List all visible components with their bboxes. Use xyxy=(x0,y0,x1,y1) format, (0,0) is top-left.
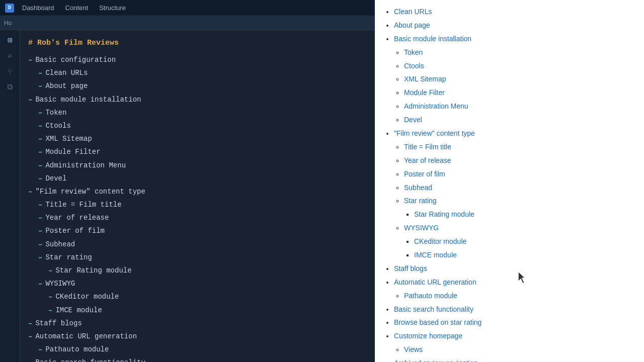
preview-item-link[interactable]: Administration Menu xyxy=(404,102,468,110)
preview-item-link[interactable]: Basic search functionality xyxy=(394,305,473,313)
preview-item-link[interactable]: Title = Film title xyxy=(404,143,451,151)
list-item: – CKeditor module xyxy=(28,291,367,303)
item-text: Clean URLs xyxy=(45,67,88,79)
list-item: – Devel xyxy=(28,172,367,185)
bullet-dash: – xyxy=(38,212,42,224)
editor-title: # Rob's Film Reviews xyxy=(28,36,367,50)
list-item: Subhead xyxy=(404,182,634,195)
preview-item-link[interactable]: Customize homepage xyxy=(394,332,462,340)
item-text: Subhead xyxy=(45,238,75,251)
list-item: Module Filter xyxy=(404,86,634,100)
preview-item-link[interactable]: Module Filter xyxy=(404,88,445,97)
list-item: Views xyxy=(404,343,634,356)
editor-content[interactable]: # Rob's Film Reviews – Basic configurati… xyxy=(20,30,375,362)
list-item: Token xyxy=(404,46,634,59)
preview-item-link[interactable]: "Film review" content type xyxy=(394,129,475,137)
list-item: – Star Rating module xyxy=(28,264,367,277)
bullet-dash: – xyxy=(28,330,32,343)
list-item: – Token xyxy=(28,107,367,119)
list-item: – Poster of film xyxy=(28,225,367,237)
preview-item-link[interactable]: About page xyxy=(394,21,430,29)
breadcrumb-text: Ho xyxy=(4,20,12,27)
bullet-dash: – xyxy=(28,356,32,362)
list-item: – Ctools xyxy=(28,120,367,132)
bullet-dash: – xyxy=(38,225,42,237)
item-text: Title = Film title xyxy=(45,199,121,211)
preview-item-link[interactable]: Archived review navigation xyxy=(394,359,478,362)
preview-item-link[interactable]: WYSIWYG xyxy=(404,224,439,232)
preview-item-link[interactable]: Basic module installation xyxy=(394,35,471,43)
list-item: – Pathauto module xyxy=(28,343,367,356)
item-text: Module Filter xyxy=(45,146,100,158)
item-text: Star Rating module xyxy=(55,264,131,277)
preview-item-link[interactable]: Views xyxy=(404,345,423,353)
preview-item-link[interactable]: Staff blogs xyxy=(394,264,427,273)
item-text: IMCE module xyxy=(55,304,102,317)
list-item: XML Sitemap xyxy=(404,73,634,86)
item-text: Year of release xyxy=(45,212,109,224)
search-editor-icon[interactable]: ⌕ xyxy=(8,51,13,61)
editor-panel: D Dashboard Content Structure Ho ⊞ ⌕ ⑂ ⧉… xyxy=(0,0,375,362)
item-text: Ctools xyxy=(45,120,70,132)
item-text: Star rating xyxy=(45,251,92,264)
preview-item-link[interactable]: CKeditor module xyxy=(414,237,466,245)
item-text: XML Sitemap xyxy=(45,133,92,145)
preview-item-link[interactable]: Year of release xyxy=(404,156,451,164)
list-item: CKeditor module xyxy=(414,235,634,248)
list-item: About page xyxy=(394,19,634,32)
list-item: IMCE module xyxy=(414,249,634,262)
preview-item-link[interactable]: Clean URLs xyxy=(394,8,432,16)
files-icon[interactable]: ⊞ xyxy=(8,35,13,45)
bullet-dash: – xyxy=(38,278,42,290)
preview-item-link[interactable]: Ctools xyxy=(404,62,424,70)
preview-item-link[interactable]: Star Rating module xyxy=(414,210,474,218)
preview-item-link[interactable]: Browse based on star rating xyxy=(394,318,481,326)
item-text: Basic module installation xyxy=(35,94,141,106)
top-nav: Dashboard Content Structure xyxy=(17,2,131,14)
preview-item-link[interactable]: Automatic URL generation xyxy=(394,278,476,286)
list-item: – Automatic URL generation xyxy=(28,330,367,343)
list-item: Poster of film xyxy=(404,168,634,181)
list-item: Staff blogs xyxy=(394,262,634,276)
list-item: "Film review" content type Title = Film … xyxy=(394,127,634,262)
nav-structure[interactable]: Structure xyxy=(94,2,131,14)
list-item: Clean URLs xyxy=(394,6,634,19)
preview-item-link[interactable]: Pathauto module xyxy=(404,292,457,300)
list-item: – Subhead xyxy=(28,238,367,251)
top-bar: D Dashboard Content Structure xyxy=(0,0,375,16)
nav-dashboard[interactable]: Dashboard xyxy=(17,2,59,14)
item-text: Poster of film xyxy=(45,225,105,237)
item-text: Basic configuration xyxy=(35,54,116,66)
bullet-dash: – xyxy=(38,343,42,356)
list-item: Archived review navigation Views xyxy=(394,357,634,362)
preview-item-link[interactable]: Star rating xyxy=(404,197,437,205)
preview-item-link[interactable]: Devel xyxy=(404,116,422,124)
list-item: – Staff blogs xyxy=(28,317,367,330)
bullet-dash: – xyxy=(38,238,42,251)
nav-content[interactable]: Content xyxy=(60,2,94,14)
list-item: Browse based on star rating xyxy=(394,316,634,329)
list-item: – Title = Film title xyxy=(28,199,367,211)
list-item: – About page xyxy=(28,80,367,93)
preview-item-link[interactable]: Poster of film xyxy=(404,170,445,178)
preview-item-link[interactable]: Subhead xyxy=(404,184,432,192)
bullet-dash: – xyxy=(38,251,42,264)
bullet-dash: – xyxy=(38,199,42,211)
list-item: – Star rating xyxy=(28,251,367,264)
preview-item-link[interactable]: IMCE module xyxy=(414,251,457,259)
list-item: – Year of release xyxy=(28,212,367,224)
editor-area: ⊞ ⌕ ⑂ ⧉ # Rob's Film Reviews – Basic con… xyxy=(0,30,375,362)
item-text: CKeditor module xyxy=(55,291,119,303)
list-item: – Basic configuration xyxy=(28,54,367,66)
bullet-dash: – xyxy=(48,304,52,317)
bullet-dash: – xyxy=(28,54,32,66)
item-text: WYSIWYG xyxy=(45,278,75,290)
preview-panel[interactable]: Clean URLs About page Basic module insta… xyxy=(375,0,644,362)
list-item: Star Rating module xyxy=(414,208,634,221)
extensions-icon[interactable]: ⧉ xyxy=(7,82,13,92)
list-item: – Administration Menu xyxy=(28,159,367,172)
git-icon[interactable]: ⑂ xyxy=(8,67,13,76)
preview-item-link[interactable]: Token xyxy=(404,48,423,56)
list-item: Devel xyxy=(404,114,634,127)
preview-item-link[interactable]: XML Sitemap xyxy=(404,75,446,83)
